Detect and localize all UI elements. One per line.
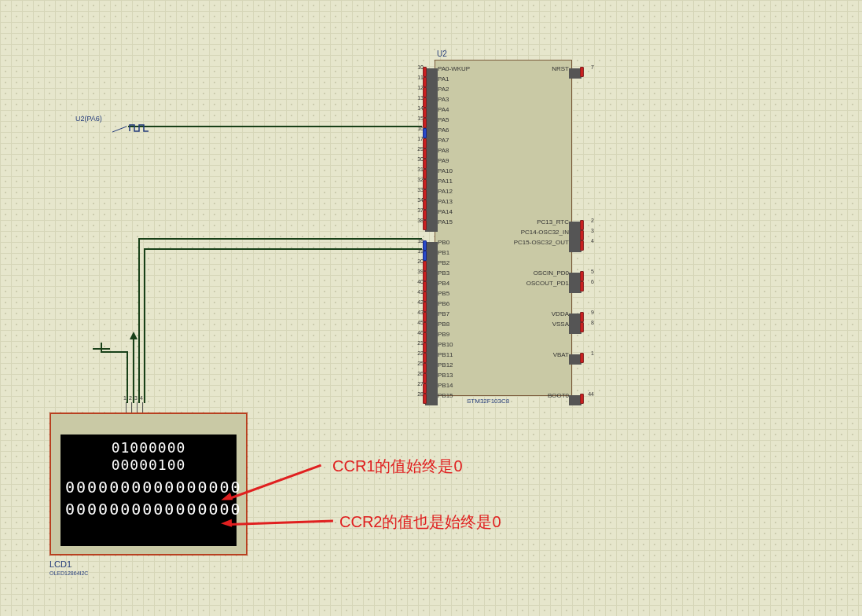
lcd-pins: 1GND2VCC3SCL4SDA — [126, 402, 143, 412]
net-label-pa6: U2(PA6) — [75, 115, 102, 123]
pins-left: PA0-WKUP10PA111PA212PA313PA414PA515PA616… — [438, 64, 470, 401]
wire-pb0-h — [138, 238, 422, 240]
arrow-2-head-icon — [221, 519, 232, 527]
wire-pb1-v — [144, 248, 145, 403]
lcd-row-4: 0000000000000000 — [65, 500, 232, 518]
note-ccr1: CCR1的值始终是0 — [332, 456, 463, 477]
pins-right: NRST7PC13_RTC2PC14-OSC32_IN3PC15-OSC32_O… — [514, 64, 569, 401]
chip-part: STM32F103C8 — [467, 398, 509, 405]
lcd-row-3: 0000000000000000 — [65, 478, 232, 496]
lcd-row-2: 00000100 — [65, 456, 232, 474]
note-ccr2: CCR2的值也是始终是0 — [339, 512, 501, 533]
wire-pb1-h — [144, 248, 422, 250]
lcd-screen: 01000000 00000100 0000000000000000 00000… — [61, 434, 237, 546]
wire-pb0-v — [138, 238, 140, 403]
wire-pa6 — [128, 126, 422, 127]
lcd-row-1: 01000000 — [65, 439, 232, 456]
lcd-module[interactable]: 01000000 00000100 0000000000000000 00000… — [50, 412, 248, 556]
chip-u2[interactable]: U2 STM32F103C8 PA0-WKUP10PA111PA212PA313… — [435, 60, 572, 396]
lcd-part: OLED12864I2C — [50, 570, 88, 576]
wire-vcc — [133, 339, 134, 403]
lcd-ref: LCD1 — [50, 559, 72, 569]
chip-ref: U2 — [437, 50, 447, 58]
pulse-icon — [112, 121, 152, 134]
wire-gnd-v — [127, 351, 128, 403]
gnd-symbol-icon — [93, 340, 110, 354]
vcc-arrow-icon — [130, 332, 138, 339]
